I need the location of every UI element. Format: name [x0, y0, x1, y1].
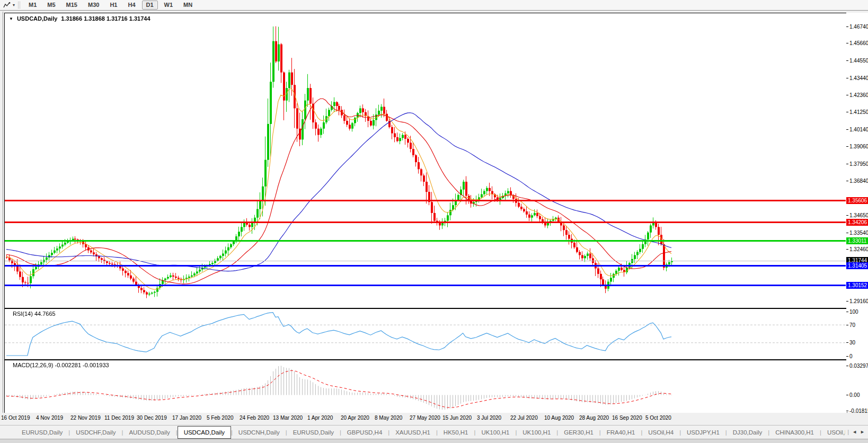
tab-eurusd-daily[interactable]: EURUSD,Daily	[287, 426, 340, 439]
macd-tick-text: 0.032972	[849, 363, 868, 369]
rsi-tick-text: 70	[849, 322, 855, 328]
tab-usoil-h4[interactable]: USOil,H4	[642, 426, 679, 439]
tab-scroll-controls: | ◄ ►	[845, 426, 867, 438]
tab-usdchf-daily[interactable]: USDCHF,Daily	[70, 426, 121, 439]
price-tick-text: 1.41250	[849, 109, 868, 115]
timeframe-button-w1[interactable]: W1	[160, 1, 178, 10]
macd-tick-text: 0.00	[849, 392, 860, 398]
rsi-canvas[interactable]	[5, 309, 846, 358]
price-tick-dash	[846, 112, 848, 112]
date-label: 8 May 2020	[375, 415, 402, 421]
price-tick-dash	[846, 129, 848, 130]
date-label: 30 Dec 2019	[137, 415, 167, 421]
price-axis[interactable]: 1.467401.456601.445501.434401.423601.412…	[846, 13, 868, 412]
price-badge-resistance-lower: 1.34206	[846, 219, 868, 226]
tab-scroll-right-button[interactable]: ►	[860, 429, 865, 435]
macd-panel: MACD(12,26,9) -0.002281 -0.001933	[4, 360, 847, 413]
date-label: 13 Mar 2020	[273, 415, 303, 421]
price-tick-text: 1.34650	[849, 212, 868, 218]
macd-canvas[interactable]	[5, 360, 846, 412]
timeframe-button-m5[interactable]: M5	[43, 1, 59, 10]
tab-eurusd-daily[interactable]: EURUSD,Daily	[16, 426, 68, 439]
symbol-period-label: USDCAD,Daily	[17, 15, 57, 22]
price-tick-dash	[846, 78, 848, 78]
price-badge-pivot-green: 1.33011	[846, 237, 868, 244]
macd-tick-dash	[846, 366, 848, 366]
price-tick-dash	[846, 95, 848, 95]
price-chart-panel: ▼ USDCAD,Daily 1.31866 1.31868 1.31716 1…	[4, 13, 847, 308]
date-label: 22 Nov 2019	[70, 415, 101, 421]
date-label: 20 Apr 2020	[341, 415, 369, 421]
tab-uk100-h1[interactable]: UK100,H1	[475, 426, 515, 439]
chart-tabs: EURUSD,Daily|USDCHF,Daily|AUDUSD,Daily|U…	[0, 425, 868, 439]
tab-audusd-daily[interactable]: AUDUSD,Daily	[123, 426, 175, 439]
price-badge-support-lower: 1.30152	[846, 282, 868, 289]
toolbar-grip	[18, 2, 20, 8]
resistance-lower-line[interactable]	[5, 221, 846, 223]
pivot-green-line[interactable]	[5, 240, 846, 242]
price-tick-text: 1.36840	[849, 178, 868, 184]
date-label: 5 Oct 2020	[645, 415, 671, 421]
price-tick-label: 1.41250	[846, 109, 868, 116]
price-chart-canvas[interactable]	[5, 13, 846, 307]
timeframe-button-m1[interactable]: M1	[24, 1, 41, 10]
timeframe-button-h1[interactable]: H1	[105, 1, 121, 10]
current-bid-price-line	[5, 261, 846, 261]
timeframe-button-d1[interactable]: D1	[142, 1, 158, 10]
macd-axis-label: 0.032972	[846, 362, 868, 369]
timeframe-buttons: M1M5M15M30H1H4D1W1MN	[23, 1, 198, 10]
tab-usdcnh-daily[interactable]: USDCNH,Daily	[233, 426, 286, 439]
macd-axis-label: -0.018154	[846, 408, 868, 414]
tab-hk50-h1[interactable]: HK50,H1	[438, 426, 474, 439]
price-tick-text: 1.33540	[849, 230, 868, 236]
tab-china300-h1[interactable]: CHINA300,H1	[769, 426, 820, 439]
rsi-tick-text: 30	[849, 340, 855, 345]
chevron-down-icon[interactable]: ▾	[13, 3, 15, 7]
date-label: 16 Sep 2020	[612, 415, 642, 421]
tab-scroll-left-button[interactable]: ◄	[852, 429, 857, 435]
price-tick-dash	[846, 181, 848, 181]
tab-fra40-h1[interactable]: FRA40,H1	[601, 426, 641, 439]
rsi-label: RSI(14) 44.7665	[13, 311, 56, 317]
tab-usdjpy-h1[interactable]: USDJPY,H1	[681, 426, 725, 439]
price-tick-dash	[846, 43, 848, 43]
price-tick-label: 1.32460	[846, 246, 868, 253]
price-tick-dash	[846, 233, 848, 233]
chart-collapse-icon[interactable]: ▼	[9, 16, 13, 21]
tab-xauusd-h1[interactable]: XAUUSD,H1	[389, 426, 436, 439]
timeframe-button-m30[interactable]: M30	[84, 1, 103, 10]
tab-gbpusd-h4[interactable]: GBPUSD,H4	[341, 426, 388, 439]
date-label: 16 Oct 2019	[1, 415, 30, 421]
price-tick-text: 1.42360	[849, 92, 868, 98]
price-tick-text: 1.37950	[849, 161, 868, 167]
price-tick-label: 1.37950	[846, 161, 868, 167]
tab-dj30-daily[interactable]: DJ30,Daily	[727, 426, 768, 439]
tab-ger30-h1[interactable]: GER30,H1	[558, 426, 599, 439]
timeframe-toolbar: ▾ M1M5M15M30H1H4D1W1MN	[0, 0, 868, 11]
time-axis[interactable]: 16 Oct 20194 Nov 201922 Nov 201911 Dec 2…	[0, 413, 868, 424]
tab-usdcad-daily[interactable]: USDCAD,Daily	[178, 426, 231, 439]
rsi-tick-dash	[846, 356, 848, 357]
mt4-window: ▾ M1M5M15M30H1H4D1W1MN ▼ USDCAD,Daily 1.…	[0, 0, 868, 443]
support-lower-line[interactable]	[5, 285, 846, 286]
support-upper-line[interactable]	[5, 265, 846, 267]
tab-scroll-separator: |	[847, 429, 849, 435]
price-badge-support-upper: 1.31405	[846, 262, 868, 269]
price-tick-label: 1.43440	[846, 75, 868, 81]
price-tick-label: 1.34650	[846, 212, 868, 218]
price-tick-label: 1.45660	[846, 40, 868, 47]
price-tick-dash	[846, 146, 848, 147]
date-label: 24 Feb 2020	[240, 415, 269, 421]
timeframe-button-h4[interactable]: H4	[123, 1, 139, 10]
price-tick-label: 1.39060	[846, 143, 868, 149]
date-label: 15 Jun 2020	[442, 415, 472, 421]
resistance-upper-line[interactable]	[5, 200, 846, 201]
status-bar-strip	[0, 439, 868, 443]
tab-uk100-h1[interactable]: UK100,H1	[517, 426, 556, 439]
price-tick-dash	[846, 164, 848, 164]
macd-label: MACD(12,26,9) -0.002281 -0.001933	[13, 362, 109, 368]
timeframe-button-mn[interactable]: MN	[179, 1, 197, 10]
line-studies-icon[interactable]	[1, 1, 13, 10]
date-label: 1 Apr 2020	[307, 415, 333, 421]
timeframe-button-m15[interactable]: M15	[62, 1, 82, 10]
